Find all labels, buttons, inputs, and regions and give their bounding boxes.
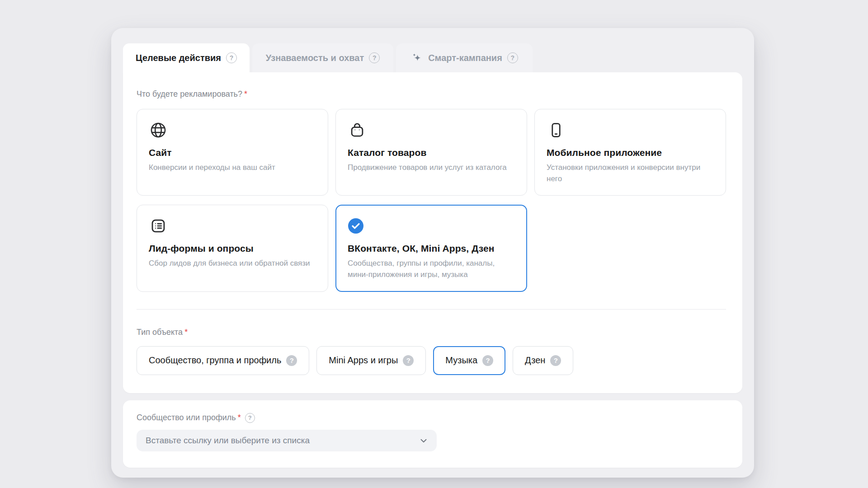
chip-mini-apps-games[interactable]: Mini Apps и игры ?: [316, 346, 426, 375]
chip-label: Музыка: [445, 355, 477, 366]
objective-title: Мобильное приложение: [547, 147, 714, 158]
object-type-chips: Сообщество, группа и профиль ? Mini Apps…: [137, 346, 726, 375]
objective-title: Каталог товаров: [348, 147, 515, 158]
campaign-type-tabs: Целевые действия ? Узнаваемость и охват …: [123, 43, 742, 72]
help-icon[interactable]: ?: [507, 52, 518, 63]
select-placeholder: Вставьте ссылку или выберите из списка: [146, 436, 310, 446]
tab-label: Смарт-кампания: [428, 53, 502, 63]
lead-form-icon: [149, 216, 316, 236]
campaign-setup-panel: Целевые действия ? Узнаваемость и охват …: [111, 28, 754, 478]
grid-spacer: [534, 205, 726, 291]
help-icon[interactable]: ?: [482, 355, 493, 366]
objective-title: Сайт: [149, 147, 316, 158]
objective-card-lead-forms[interactable]: Лид-формы и опросы Сбор лидов для бизнес…: [137, 205, 328, 291]
chip-dzen[interactable]: Дзен ?: [513, 346, 573, 375]
objective-description: Конверсии и переходы на ваш сайт: [149, 162, 316, 174]
chip-community-group-profile[interactable]: Сообщество, группа и профиль ?: [137, 346, 309, 375]
objective-cards-grid: Сайт Конверсии и переходы на ваш сайт Ка…: [137, 109, 726, 292]
objective-card-mobile-app[interactable]: Мобильное приложение Установки приложени…: [534, 109, 726, 196]
tab-label: Узнаваемость и охват: [266, 53, 364, 63]
required-asterisk: *: [244, 89, 247, 99]
objective-card-vk-ok-miniapps-dzen[interactable]: ВКонтакте, ОК, Mini Apps, Дзен Сообществ…: [335, 205, 527, 291]
chevron-down-icon: [419, 436, 429, 446]
smartphone-icon: [547, 120, 714, 140]
tab-target-actions[interactable]: Целевые действия ?: [123, 43, 250, 72]
objective-title: Лид-формы и опросы: [149, 243, 316, 254]
chip-music[interactable]: Музыка ?: [433, 346, 505, 375]
chip-label: Сообщество, группа и профиль: [149, 355, 281, 366]
objective-description: Установки приложения и конверсии внутри …: [547, 162, 714, 184]
chip-label: Mini Apps и игры: [329, 355, 398, 366]
objective-description: Продвижение товаров или услуг из каталог…: [348, 162, 515, 174]
tab-awareness-reach[interactable]: Узнаваемость и охват ?: [252, 43, 393, 72]
community-select-card: Сообщество или профиль* ? Вставьте ссылк…: [123, 400, 742, 468]
objective-section-label: Что будете рекламировать?*: [137, 89, 726, 99]
globe-icon: [149, 120, 316, 140]
objective-card: Что будете рекламировать?* Сайт Конверси…: [123, 72, 742, 393]
community-section-label: Сообщество или профиль* ?: [137, 413, 729, 423]
tab-smart-campaign[interactable]: Смарт-кампания ?: [396, 43, 533, 72]
required-asterisk: *: [184, 328, 188, 337]
help-icon[interactable]: ?: [550, 355, 561, 366]
help-icon[interactable]: ?: [403, 355, 414, 366]
sparkles-icon: [410, 52, 423, 64]
check-circle-icon: [348, 216, 515, 236]
objective-card-site[interactable]: Сайт Конверсии и переходы на ваш сайт: [137, 109, 328, 196]
objective-description: Сбор лидов для бизнеса или обратной связ…: [149, 258, 316, 269]
object-type-section-label: Тип объекта*: [137, 328, 726, 337]
help-icon[interactable]: ?: [286, 355, 297, 366]
help-icon[interactable]: ?: [226, 52, 237, 63]
help-icon[interactable]: ?: [245, 413, 255, 423]
shopping-bag-icon: [348, 120, 515, 140]
section-divider: [137, 309, 726, 310]
required-asterisk: *: [238, 413, 241, 422]
objective-card-catalog[interactable]: Каталог товаров Продвижение товаров или …: [335, 109, 527, 196]
help-icon[interactable]: ?: [369, 52, 380, 63]
chip-label: Дзен: [525, 355, 545, 366]
objective-title: ВКонтакте, ОК, Mini Apps, Дзен: [348, 243, 515, 254]
objective-description: Сообщества, группы и профили, каналы, ми…: [348, 258, 515, 280]
community-select[interactable]: Вставьте ссылку или выберите из списка: [137, 430, 437, 451]
tab-label: Целевые действия: [136, 53, 221, 63]
